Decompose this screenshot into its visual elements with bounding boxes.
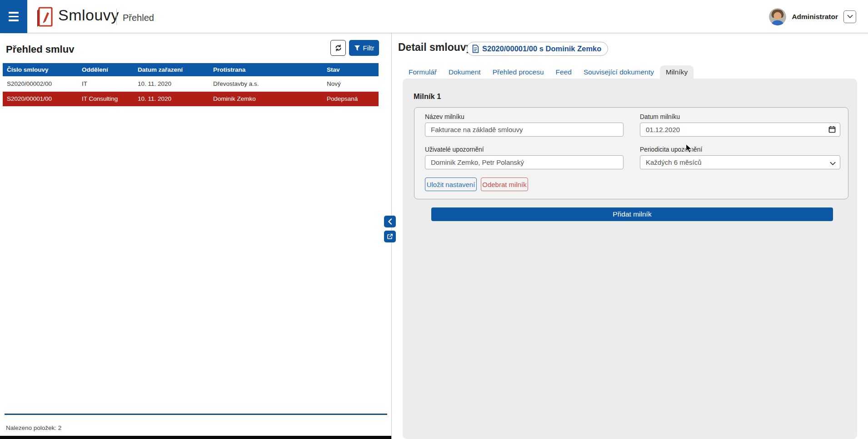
box-arrow-up-right-icon <box>387 233 393 240</box>
filter-button-label: Filtr <box>363 44 374 52</box>
refresh-icon <box>334 44 342 52</box>
milestone-period-label: Periodicita upozornění <box>640 146 702 153</box>
table-footer-line <box>5 414 387 415</box>
top-header: Smlouvy Přehled Administrator <box>0 0 868 33</box>
user-name: Administrator <box>792 13 838 21</box>
user-area: Administrator <box>769 0 856 33</box>
column-header-oddeleni[interactable]: Oddělení <box>78 63 134 76</box>
file-text-icon <box>472 44 479 53</box>
user-menu-button[interactable] <box>843 10 856 23</box>
milestone-date-label: Datum milníku <box>640 113 680 120</box>
milestone-period-select[interactable]: Každých 6 měsíců <box>640 155 840 169</box>
milestone-date-input[interactable] <box>640 123 840 137</box>
contract-badge[interactable]: S2020/00001/00 s Dominik Zemko <box>467 42 608 56</box>
hamburger-menu-button[interactable] <box>0 0 27 33</box>
column-header-stav[interactable]: Stav <box>323 63 379 76</box>
tab-feed[interactable]: Feed <box>550 65 578 79</box>
remove-milestone-button[interactable]: Odebrat milník <box>481 178 528 191</box>
tab-formular[interactable]: Formulář <box>403 65 443 79</box>
collapse-panel-button[interactable] <box>384 216 396 227</box>
header-divider <box>116 9 117 25</box>
tab-dokument[interactable]: Dokument <box>443 65 487 79</box>
tab-souvisejici-dokumenty[interactable]: Související dokumenty <box>578 65 660 79</box>
app-logo-icon <box>36 6 54 30</box>
chevron-down-icon <box>847 15 853 19</box>
app-title: Smlouvy <box>58 6 119 24</box>
chevron-left-icon <box>388 218 392 225</box>
contracts-list-panel: Přehled smluv Filtr Číslo smlouvy Odděle… <box>0 33 392 439</box>
tab-prehled-procesu[interactable]: Přehled procesu <box>487 65 550 79</box>
result-count: Nalezeno položek: 2 <box>6 424 61 431</box>
milestone-name-input[interactable] <box>425 123 624 137</box>
filter-button[interactable]: Filtr <box>349 40 379 56</box>
milestone-users-label: Uživatelé upozornění <box>425 146 484 153</box>
list-title: Přehled smluv <box>6 44 74 55</box>
column-header-datum[interactable]: Datum zařazení <box>134 63 209 76</box>
milestone-heading: Milník 1 <box>414 92 441 101</box>
avatar[interactable] <box>769 8 786 25</box>
milestone-users-input[interactable] <box>425 155 624 169</box>
table-row[interactable]: S2020/00002/00 IT 10. 11. 2020 Dřevostav… <box>3 76 379 91</box>
hamburger-icon <box>9 12 19 14</box>
bottom-edge-bar <box>0 436 391 439</box>
milestone-date-field <box>640 123 840 137</box>
contract-detail-panel: Detail smlouvy S2020/00001/00 s Dominik … <box>392 33 868 439</box>
detail-tabs: Formulář Dokument Přehled procesu Feed S… <box>403 65 693 79</box>
contract-badge-label: S2020/00001/00 s Dominik Zemko <box>482 44 601 53</box>
open-external-button[interactable] <box>384 231 396 242</box>
column-header-cislo[interactable]: Číslo smlouvy <box>3 63 78 76</box>
refresh-button[interactable] <box>330 40 346 56</box>
funnel-icon <box>354 45 360 51</box>
breadcrumb: Přehled <box>123 13 154 23</box>
detail-title: Detail smlouvy <box>398 41 472 54</box>
table-header-row: Číslo smlouvy Oddělení Datum zařazení Pr… <box>3 63 379 76</box>
milestone-name-label: Název milníku <box>425 113 464 120</box>
milestone-card: Název milníku Datum milníku Uživatelé up… <box>414 107 848 199</box>
contracts-app: Smlouvy Přehled Administrator Přehled sm… <box>0 0 868 439</box>
add-milestone-button[interactable]: Přidat milník <box>431 207 833 221</box>
save-settings-button[interactable]: Uložit nastavení <box>425 178 477 191</box>
table-row-selected[interactable]: S2020/00001/00 IT Consulting 10. 11. 202… <box>3 91 379 106</box>
tab-milniky[interactable]: Milníky <box>660 65 693 79</box>
contracts-table: Číslo smlouvy Oddělení Datum zařazení Pr… <box>3 63 379 106</box>
column-header-protistrana[interactable]: Protistrana <box>209 63 323 76</box>
milestones-tab-pane: Milník 1 Název milníku Datum milníku <box>403 79 857 439</box>
milestone-period-field: Každých 6 měsíců <box>640 155 840 169</box>
